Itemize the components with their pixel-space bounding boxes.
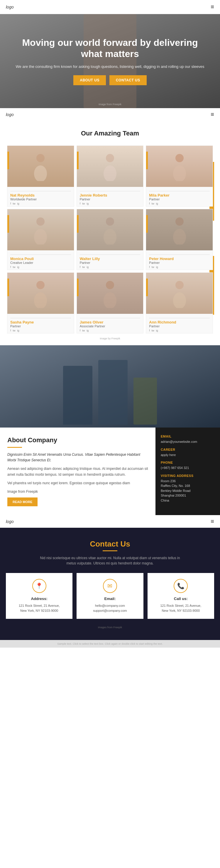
svg-point-17 [173, 292, 186, 308]
phone-card-title: Call us: [152, 596, 210, 601]
james-twitter-icon[interactable]: tw [82, 329, 85, 332]
read-more-button[interactable]: READ MORE [7, 497, 38, 506]
about-section: About Company Dignissim Enim Sit Amet Ve… [0, 345, 220, 528]
nat-name: Nat Reynolds [10, 193, 71, 197]
ann-role: Partner [149, 324, 210, 328]
contact-title-underline [103, 550, 117, 551]
nat-role: Worldwide Partner [10, 197, 71, 201]
team-photo-peter [146, 209, 213, 250]
contact-us-button[interactable]: CONTACT US [109, 75, 147, 85]
walter-instagram-icon[interactable]: ig [86, 266, 88, 269]
hero-section: Moving our world forward by delivering w… [0, 14, 220, 108]
hero-nav-hamburger[interactable]: ≡ [211, 3, 214, 10]
ann-figure-icon [171, 279, 188, 308]
svg-point-14 [106, 281, 114, 289]
nat-instagram-icon[interactable]: ig [17, 202, 20, 205]
mila-facebook-icon[interactable]: f [149, 202, 150, 205]
walter-twitter-icon[interactable]: tw [82, 266, 85, 269]
james-role: Associate Partner [80, 324, 141, 328]
monica-twitter-icon[interactable]: tw [13, 266, 15, 269]
jennie-twitter-icon[interactable]: tw [82, 202, 85, 205]
nat-social: f tw ig [10, 202, 71, 205]
team-section: logo ≡ Our Amazing Team [0, 108, 220, 345]
peter-info: Peter Howard Partner f tw ig [146, 250, 213, 270]
team-card-james: James Oliver Associate Partner f tw ig [77, 272, 144, 334]
email-label: EMAIL [161, 435, 215, 438]
email-card-value: hello@company.comsupport@company.com [81, 603, 139, 613]
team-card-walter: Walter Lilly Partner f tw ig [77, 209, 144, 270]
about-section-image [0, 345, 220, 428]
team-nav-logo: logo [6, 112, 13, 117]
hero-nav: logo ≡ [0, 0, 220, 14]
walter-figure-icon [101, 215, 119, 245]
svg-point-8 [106, 217, 114, 226]
nat-info: Nat Reynolds Worldwide Partner f tw ig [7, 187, 74, 206]
ann-facebook-icon[interactable]: f [149, 329, 150, 332]
svg-point-11 [173, 229, 186, 245]
career-value: apply here [161, 453, 215, 458]
hero-image-credit: Image from Freepik [0, 101, 220, 106]
james-social: f tw ig [80, 329, 141, 332]
address-card-title: Address: [10, 596, 68, 601]
contact-card-email: ✉ Email: hello@company.comsupport@compan… [77, 573, 143, 619]
james-instagram-icon[interactable]: ig [86, 329, 88, 332]
sasha-social: f tw ig [10, 329, 71, 332]
walter-facebook-icon[interactable]: f [80, 266, 81, 269]
contact-section: Contact Us Nid nisi scelerisque eu ultri… [0, 528, 220, 640]
nat-twitter-icon[interactable]: tw [13, 202, 15, 205]
team-photo-ann [146, 273, 213, 314]
svg-point-9 [104, 229, 116, 245]
ann-instagram-icon[interactable]: ig [156, 329, 158, 332]
ann-twitter-icon[interactable]: tw [152, 329, 154, 332]
address-value: Room 236 Raffles City, No. 168 Berkley M… [161, 479, 215, 503]
peter-facebook-icon[interactable]: f [149, 266, 150, 269]
worker-figure-1 [63, 366, 93, 425]
about-nav-hamburger[interactable]: ≡ [211, 518, 214, 525]
monica-instagram-icon[interactable]: ig [17, 266, 20, 269]
team-title: Our Amazing Team [6, 130, 214, 137]
mila-instagram-icon[interactable]: ig [156, 202, 158, 205]
walter-name: Walter Lilly [80, 256, 141, 261]
phone-card-value: 121 Rock Street, 21 Avenue,New York, NY … [152, 603, 210, 613]
apply-link[interactable]: apply here [161, 453, 176, 457]
monica-facebook-icon[interactable]: f [10, 266, 11, 269]
contact-cards: 📍 Address: 121 Rock Street, 21 Avenue,Ne… [6, 573, 214, 619]
svg-point-6 [36, 217, 45, 226]
svg-point-5 [173, 165, 186, 181]
box-figure [134, 378, 157, 425]
team-content: Our Amazing Team [0, 121, 220, 345]
ann-name: Ann Richmond [149, 320, 210, 324]
peter-twitter-icon[interactable]: tw [152, 266, 154, 269]
about-us-button[interactable]: ABOUT US [73, 75, 106, 85]
jennie-facebook-icon[interactable]: f [80, 202, 81, 205]
nat-facebook-icon[interactable]: f [10, 202, 11, 205]
about-body-1: Dignissim Enim Sit Amet Venenatis Urna C… [7, 452, 150, 463]
jennie-instagram-icon[interactable]: ig [86, 202, 88, 205]
svg-point-12 [36, 281, 45, 289]
address-icon: 📍 [32, 579, 46, 593]
peter-name: Peter Howard [149, 256, 210, 261]
phone-value: (+987) 987 654 321 [161, 465, 215, 470]
monica-social: f tw ig [10, 266, 71, 269]
james-facebook-icon[interactable]: f [80, 329, 81, 332]
contact-image-credit: Images from Freepik [6, 623, 214, 631]
sample-text-footer: Sample text. Click to select the text bo… [0, 640, 220, 648]
mila-figure-icon [171, 152, 188, 181]
monica-name: Monica Pouli [10, 256, 71, 261]
sasha-instagram-icon[interactable]: ig [17, 329, 20, 332]
walter-info: Walter Lilly Partner f tw ig [77, 250, 143, 270]
svg-point-13 [34, 292, 47, 308]
about-nav: logo ≡ [0, 515, 220, 528]
walter-role: Partner [80, 261, 141, 265]
peter-instagram-icon[interactable]: ig [156, 266, 158, 269]
svg-point-2 [106, 154, 114, 162]
about-nav-logo: logo [6, 519, 13, 524]
team-nav-hamburger[interactable]: ≡ [211, 111, 214, 118]
sasha-facebook-icon[interactable]: f [10, 329, 11, 332]
mila-twitter-icon[interactable]: tw [152, 202, 154, 205]
sasha-twitter-icon[interactable]: tw [13, 329, 15, 332]
address-label: VISITING ADDRESS [161, 474, 215, 477]
email-card-title: Email: [81, 596, 139, 601]
svg-point-0 [36, 154, 45, 162]
peter-figure-icon [171, 215, 188, 245]
